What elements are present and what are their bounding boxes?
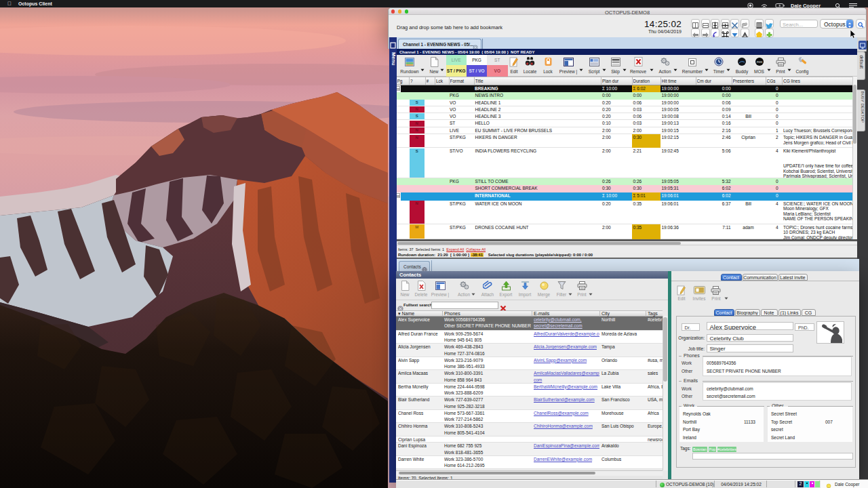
svg-text:mos: mos	[756, 60, 762, 64]
svg-text:Dale Cooper: Dale Cooper	[791, 3, 821, 9]
